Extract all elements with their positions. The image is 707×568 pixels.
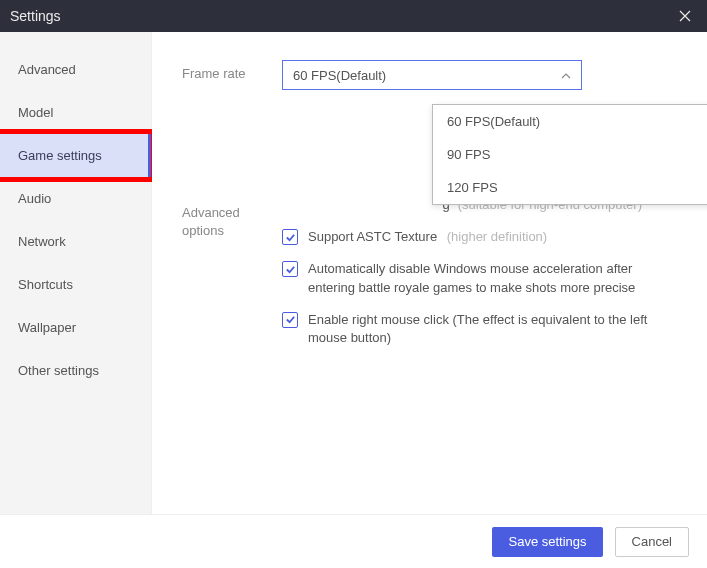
checkbox-astc[interactable] — [282, 229, 298, 245]
option-right-click-label: Enable right mouse click (The effect is … — [308, 311, 668, 347]
titlebar: Settings — [0, 0, 707, 32]
dropdown-item-120fps[interactable]: 120 FPS — [433, 171, 707, 204]
sidebar-item-wallpaper[interactable]: Wallpaper — [0, 306, 151, 349]
frame-rate-value: 60 FPS(Default) — [293, 68, 386, 83]
frame-rate-label: Frame rate — [182, 60, 282, 81]
window-title: Settings — [10, 8, 61, 24]
advanced-options-label: Advanced options — [182, 200, 282, 239]
option-astc-hint: (higher definition) — [447, 229, 547, 244]
sidebar-item-advanced[interactable]: Advanced — [0, 48, 151, 91]
frame-rate-dropdown: 60 FPS(Default) 90 FPS 120 FPS — [432, 104, 707, 205]
sidebar-item-label: Other settings — [18, 363, 99, 378]
dropdown-item-90fps[interactable]: 90 FPS — [433, 138, 707, 171]
option-astc: Support ASTC Texture (higher definition) — [282, 228, 687, 246]
save-button[interactable]: Save settings — [492, 527, 602, 557]
row-frame-rate: Frame rate 60 FPS(Default) — [182, 60, 687, 90]
advanced-options-list: g (suitable for high-end computer) Suppo… — [282, 200, 687, 347]
main-panel: Frame rate 60 FPS(Default) 60 FPS(Defaul… — [152, 32, 707, 514]
cancel-button[interactable]: Cancel — [615, 527, 689, 557]
settings-window: Settings Advanced Model Game settings Au… — [0, 0, 707, 568]
chevron-up-icon — [561, 70, 571, 81]
sidebar-item-other-settings[interactable]: Other settings — [0, 349, 151, 392]
sidebar: Advanced Model Game settings Audio Netwo… — [0, 32, 152, 514]
option-astc-label: Support ASTC Texture — [308, 229, 437, 244]
sidebar-item-label: Audio — [18, 191, 51, 206]
frame-rate-select[interactable]: 60 FPS(Default) — [282, 60, 582, 90]
row-advanced-options: Advanced options g (suitable for high-en… — [182, 200, 687, 347]
sidebar-item-audio[interactable]: Audio — [0, 177, 151, 220]
sidebar-item-game-settings[interactable]: Game settings — [0, 134, 151, 177]
footer: Save settings Cancel — [0, 514, 707, 568]
sidebar-item-label: Advanced — [18, 62, 76, 77]
window-body: Advanced Model Game settings Audio Netwo… — [0, 32, 707, 514]
close-icon[interactable] — [673, 4, 697, 28]
sidebar-item-model[interactable]: Model — [0, 91, 151, 134]
sidebar-item-network[interactable]: Network — [0, 220, 151, 263]
checkbox-mouse-accel[interactable] — [282, 261, 298, 277]
sidebar-item-label: Network — [18, 234, 66, 249]
option-right-click: Enable right mouse click (The effect is … — [282, 311, 687, 347]
sidebar-item-label: Wallpaper — [18, 320, 76, 335]
sidebar-item-label: Model — [18, 105, 53, 120]
sidebar-item-label: Game settings — [18, 148, 102, 163]
option-mouse-accel-label: Automatically disable Windows mouse acce… — [308, 260, 668, 296]
dropdown-item-60fps[interactable]: 60 FPS(Default) — [433, 105, 707, 138]
checkbox-right-click[interactable] — [282, 312, 298, 328]
sidebar-item-label: Shortcuts — [18, 277, 73, 292]
option-mouse-accel: Automatically disable Windows mouse acce… — [282, 260, 687, 296]
sidebar-item-shortcuts[interactable]: Shortcuts — [0, 263, 151, 306]
